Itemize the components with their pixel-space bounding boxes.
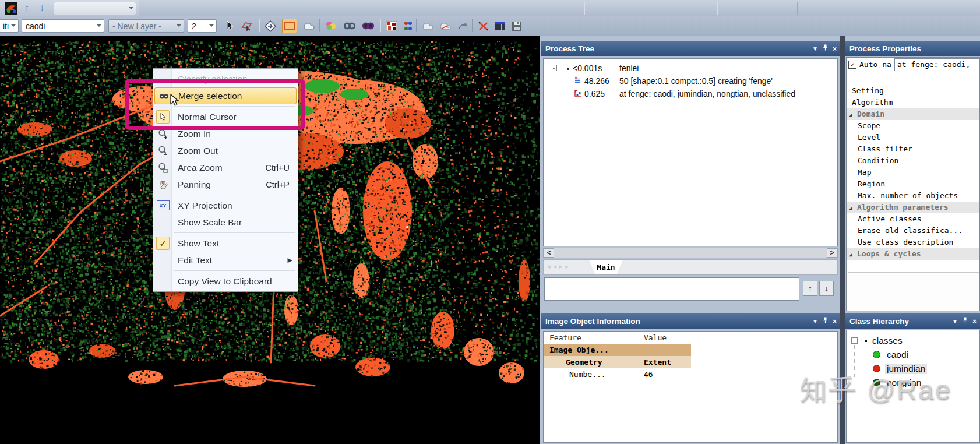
menu-item-normal-cursor[interactable]: Normal Cursor [153,108,298,125]
process-tree-content[interactable]: - <0.001s fenlei 48.266 50 [shape:0.1 co… [543,58,838,246]
property-group-loops-cycles[interactable]: ◢Loops & cycles [847,248,979,260]
property-row-setting[interactable]: Setting [847,85,979,97]
pin-icon[interactable] [963,317,968,326]
save-tool[interactable] [510,19,524,33]
class-tree-root[interactable]: - classes [847,334,979,348]
layer-combobox[interactable]: - New Layer - [108,19,184,33]
collapse-icon[interactable]: - [551,65,557,71]
auto-name-checkbox[interactable]: ✓ [848,61,856,69]
column-header-feature: Feature [549,332,581,344]
process-tree-titlebar[interactable]: Process Tree ▼ × [541,41,840,56]
select-cursor-tool[interactable] [223,19,237,33]
menu-item-area-zoom[interactable]: Area Zoom Ctrl+U [153,159,298,176]
process-name-input[interactable]: at fenge: caodi, [894,58,980,71]
menu-item-show-scale-bar[interactable]: Show Scale Bar [153,214,298,231]
property-row-scope[interactable]: Scope [847,120,979,132]
property-row-use-class-description[interactable]: Use class description [847,237,979,248]
toolbar-separator [319,19,320,32]
close-icon[interactable]: × [833,45,837,53]
property-row-condition[interactable]: Condition [847,155,979,167]
property-grid[interactable]: Setting Algorithm ◢Domain Scope Level Cl… [847,85,979,260]
menu-item-panning[interactable]: Panning Ctrl+P [153,176,298,193]
collapse-icon[interactable]: - [851,337,858,344]
move-up-button[interactable]: ↑ [803,281,817,296]
samples-view-tool[interactable] [401,19,415,33]
move-up-button[interactable]: ↑ [20,2,34,15]
menu-item-xy-projection[interactable]: XY XY Projection [153,197,298,214]
table-row[interactable]: Image Obje... [544,344,691,356]
class-root-label: classes [872,336,903,346]
merge-selection-tool[interactable] [343,19,357,33]
toolbar-separator [717,2,717,15]
expanded-triangle-icon[interactable]: ◢ [847,202,857,213]
polygon-select-tool[interactable] [240,19,254,33]
menu-item-copy-view-to-clipboard[interactable]: Copy View to Clipboard [153,273,298,290]
expanded-triangle-icon[interactable]: ◢ [847,249,857,260]
property-group-algorithm-parameters[interactable]: ◢Algorithm parameters [847,202,979,213]
scroll-right-button[interactable]: > [827,248,837,258]
property-row-level[interactable]: Level [847,132,979,143]
scroll-left-button[interactable]: < [544,248,554,258]
process-tree-edit-box[interactable] [544,277,799,301]
redo-arrow-tool[interactable] [456,19,470,33]
tab-nav-arrows[interactable]: ◂◂▸▸ [547,263,572,270]
process-properties-titlebar[interactable]: Process Properties [845,41,980,56]
chevron-down-icon [11,24,16,29]
table-row[interactable]: Geometry Extent [544,356,691,368]
class-color-dot [873,351,880,358]
image-object-information-titlebar[interactable]: Image Object Information ▼ × [541,313,840,329]
scale-combobox-value: 2 [192,22,196,31]
class-item-caodi[interactable]: caodi [847,348,979,362]
class-combobox[interactable]: caodi [22,19,104,33]
process-tree-row[interactable]: 0.625 at fenge: caodi, jumindian, nongti… [544,87,837,100]
property-row-max-objects[interactable]: Max. number of objects [847,190,979,202]
close-icon[interactable]: × [833,318,837,326]
property-row-class-filter[interactable]: Class filter [847,143,979,155]
property-row-erase-old[interactable]: Erase old classifica... [847,225,979,237]
table-row[interactable]: Numbe... 46 [544,368,837,380]
move-down-button[interactable]: ↓ [819,281,834,296]
pin-icon[interactable] [823,44,828,53]
class-hierarchy-titlebar[interactable]: Class Hierarchy ▼ × [845,313,980,329]
process-tree-row-root[interactable]: - <0.001s fenlei [544,62,837,75]
mouse-cursor [170,94,181,109]
top-combobox[interactable] [54,2,136,15]
tab-main[interactable]: Main [589,260,623,274]
classification-view-tool[interactable] [385,19,399,33]
panel-menu-icon[interactable]: ▼ [812,45,818,53]
menu-item-zoom-out[interactable]: Zoom Out [153,142,298,159]
merge-region-tool[interactable] [361,19,375,33]
property-group-domain[interactable]: ◢Domain [847,108,979,120]
pin-icon[interactable] [823,317,828,326]
class-combobox-value: caodi [26,22,45,31]
property-row-algorithm[interactable]: Algorithm [847,97,979,108]
property-row-active-classes[interactable]: Active classes [847,213,979,225]
property-row-region[interactable]: Region [847,178,979,190]
move-down-button[interactable]: ↓ [35,2,49,15]
process-tree-row[interactable]: 48.266 50 [shape:0.1 compct.:0.5] creati… [544,75,837,87]
region-grow-tool[interactable] [421,19,435,33]
process-tree-tabstrip: ◂◂▸▸ Main [543,259,838,275]
property-row-map[interactable]: Map [847,167,979,178]
navigate-tool[interactable] [263,19,277,33]
expanded-triangle-icon[interactable]: ◢ [847,109,857,120]
freehand-region-tool[interactable] [302,19,316,33]
feature-table-tool[interactable] [493,19,507,33]
panel-menu-icon[interactable]: ▼ [812,318,818,326]
panel-menu-icon[interactable]: ▼ [952,318,958,326]
close-icon[interactable]: × [972,318,977,326]
property-label: Class filter [858,145,912,153]
classify-selection-tool[interactable] [324,19,338,33]
area-zoom-icon [156,161,170,174]
class-combobox-partial[interactable]: iti [0,19,19,33]
rectangle-select-tool[interactable] [282,19,297,33]
process-tree-hscrollbar[interactable]: < > [543,248,838,258]
menu-item-classify-selection[interactable]: Classify selection [153,71,298,87]
region-shrink-tool[interactable] [438,19,452,33]
menu-item-edit-text[interactable]: Edit Text ▶ [153,252,298,269]
menu-item-zoom-in[interactable]: Zoom In [153,125,298,142]
menu-item-label: Zoom Out [178,146,218,156]
delete-classification-tool[interactable] [477,19,491,33]
scale-combobox[interactable]: 2 [188,19,217,33]
menu-item-show-text[interactable]: ✓ Show Text [153,235,298,252]
